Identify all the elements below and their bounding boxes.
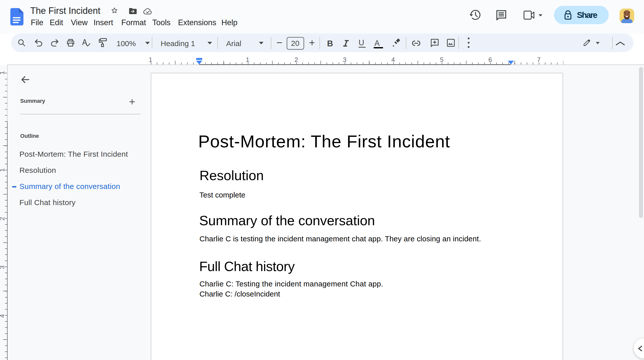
svg-text:1: 1 [0,71,6,75]
svg-text:2: 2 [0,217,6,220]
svg-text:4: 4 [0,314,6,318]
svg-text:3: 3 [0,266,6,269]
svg-text:1: 1 [0,168,6,172]
